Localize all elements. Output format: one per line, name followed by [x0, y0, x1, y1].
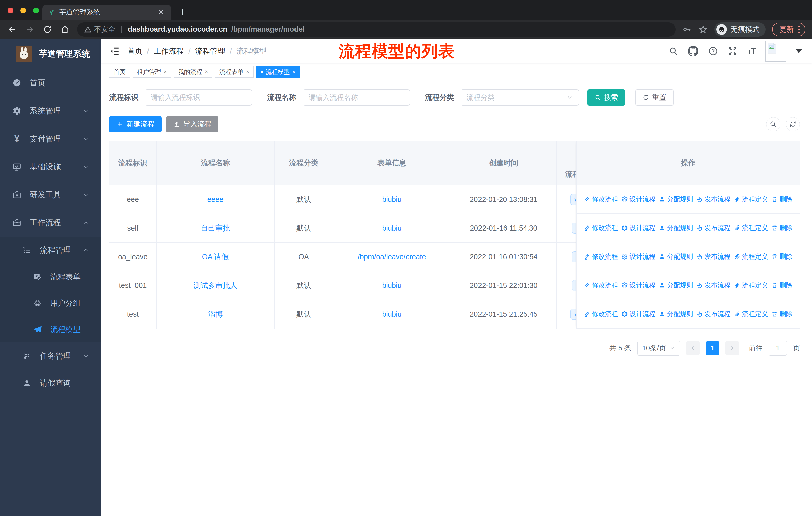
fullscreen-icon[interactable] [728, 46, 738, 56]
password-key-icon[interactable] [682, 25, 692, 34]
window-zoom-button[interactable] [33, 7, 39, 13]
edit-process-link[interactable]: 修改流程 [584, 281, 618, 290]
next-page-button[interactable] [725, 342, 739, 355]
process-name-link[interactable]: eeee [207, 195, 224, 203]
edit-process-link[interactable]: 修改流程 [584, 310, 618, 319]
sidebar-item-task-manage[interactable]: 任务管理 [0, 343, 101, 370]
form-info-link[interactable]: /bpm/oa/leave/create [358, 253, 426, 261]
bookmark-star-icon[interactable] [698, 25, 708, 34]
delete-process-link[interactable]: 删除 [772, 310, 793, 319]
edit-process-link[interactable]: 修改流程 [584, 252, 618, 261]
filter-name-input[interactable] [303, 89, 410, 106]
user-avatar[interactable] [765, 40, 786, 62]
address-bar[interactable]: 不安全 dashboard.yudao.iocoder.cn/bpm/manag… [77, 22, 675, 36]
page-size-select[interactable]: 10条/页 [637, 341, 680, 355]
forward-icon[interactable] [24, 24, 35, 35]
avatar-caret-icon[interactable] [796, 49, 802, 53]
tag-close-icon[interactable]: × [164, 69, 167, 75]
filter-category-select[interactable]: 流程分类 [461, 89, 579, 106]
page-number-current[interactable]: 1 [706, 342, 719, 355]
sidebar-item-process-form[interactable]: 流程表单 [0, 264, 101, 290]
publish-process-link[interactable]: 发布流程 [696, 310, 731, 319]
assign-rule-link[interactable]: 分配规则 [659, 195, 693, 203]
tag-process-form[interactable]: 流程表单× [215, 66, 254, 78]
reload-icon[interactable] [42, 24, 53, 35]
toggle-search-button[interactable] [766, 117, 780, 131]
breadcrumb-process-manage[interactable]: 流程管理 [195, 46, 225, 56]
font-size-icon[interactable]: тT [747, 46, 756, 56]
design-process-link[interactable]: 设计流程 [621, 195, 656, 203]
search-icon[interactable] [668, 46, 678, 56]
assign-rule-link[interactable]: 分配规则 [659, 223, 693, 232]
help-icon[interactable] [708, 46, 718, 56]
publish-process-link[interactable]: 发布流程 [696, 195, 731, 203]
create-process-button[interactable]: 新建流程 [109, 116, 162, 132]
new-tab-button[interactable]: + [180, 4, 186, 20]
import-process-button[interactable]: 导入流程 [166, 116, 219, 132]
form-info-link[interactable]: biubiu [382, 224, 402, 232]
sidebar-item-devtools[interactable]: 研发工具 [0, 181, 101, 209]
assign-rule-link[interactable]: 分配规则 [659, 252, 693, 261]
sidebar-item-user-group[interactable]: 用户分组 [0, 290, 101, 316]
breadcrumb-home[interactable]: 首页 [127, 46, 142, 56]
sidebar-item-process-model[interactable]: 流程模型 [0, 316, 101, 343]
sidebar-item-workflow[interactable]: 工作流程 [0, 209, 101, 237]
tag-my-process[interactable]: 我的流程× [174, 66, 212, 78]
github-icon[interactable] [688, 46, 698, 56]
back-icon[interactable] [6, 24, 18, 35]
browser-tab[interactable]: 芋道管理系统 ✕ [42, 4, 171, 20]
reset-button[interactable]: 重置 [635, 89, 673, 106]
delete-process-link[interactable]: 删除 [772, 195, 793, 203]
design-process-link[interactable]: 设计流程 [621, 223, 656, 232]
sidebar-item-infrastructure[interactable]: 基础设施 [0, 153, 101, 181]
assign-rule-link[interactable]: 分配规则 [659, 281, 693, 290]
design-process-link[interactable]: 设计流程 [621, 281, 656, 290]
tab-close-icon[interactable]: ✕ [156, 8, 166, 17]
browser-update-menu-button[interactable]: 更新 [772, 23, 806, 36]
tag-close-icon[interactable]: × [205, 69, 208, 75]
form-info-link[interactable]: biubiu [382, 281, 402, 290]
process-definition-link[interactable]: 流程定义 [734, 310, 768, 319]
design-process-link[interactable]: 设计流程 [621, 252, 656, 261]
filter-id-input[interactable] [145, 89, 252, 106]
edit-process-link[interactable]: 修改流程 [584, 223, 618, 232]
design-process-link[interactable]: 设计流程 [621, 310, 656, 319]
process-definition-link[interactable]: 流程定义 [734, 195, 768, 203]
search-button[interactable]: 搜索 [587, 89, 625, 106]
tag-process-model[interactable]: 流程模型× [257, 66, 300, 78]
sidebar-item-leave-query[interactable]: 请假查询 [0, 370, 101, 397]
tag-close-icon[interactable]: × [246, 69, 250, 75]
process-name-link[interactable]: 自己审批 [201, 224, 230, 232]
sidebar-fold-icon[interactable] [109, 46, 120, 56]
breadcrumb-workflow[interactable]: 工作流程 [153, 46, 184, 56]
sidebar-item-system[interactable]: 系统管理 [0, 97, 101, 125]
process-definition-link[interactable]: 流程定义 [734, 281, 768, 290]
delete-process-link[interactable]: 删除 [772, 223, 793, 232]
window-minimize-button[interactable] [20, 7, 26, 13]
prev-page-button[interactable] [686, 342, 700, 355]
process-name-link[interactable]: OA 请假 [202, 253, 229, 261]
edit-process-link[interactable]: 修改流程 [584, 195, 618, 203]
process-definition-link[interactable]: 流程定义 [734, 252, 768, 261]
sidebar-item-home[interactable]: 首页 [0, 69, 101, 97]
goto-page-input[interactable] [769, 341, 787, 355]
publish-process-link[interactable]: 发布流程 [696, 281, 731, 290]
window-close-button[interactable] [7, 7, 13, 13]
delete-process-link[interactable]: 删除 [772, 281, 793, 290]
publish-process-link[interactable]: 发布流程 [696, 223, 731, 232]
tag-home[interactable]: 首页 [109, 66, 130, 78]
sidebar-item-payment[interactable]: ¥ 支付管理 [0, 125, 101, 153]
sidebar-item-process-manage[interactable]: 流程管理 [0, 237, 101, 264]
publish-process-link[interactable]: 发布流程 [696, 252, 731, 261]
process-definition-link[interactable]: 流程定义 [734, 223, 768, 232]
process-name-link[interactable]: 滔博 [208, 310, 223, 318]
form-info-link[interactable]: biubiu [382, 310, 402, 318]
home-icon[interactable] [59, 24, 70, 35]
delete-process-link[interactable]: 删除 [772, 252, 793, 261]
tag-close-icon[interactable]: × [292, 69, 296, 75]
tag-tenant[interactable]: 租户管理× [133, 66, 171, 78]
form-info-link[interactable]: biubiu [382, 195, 402, 203]
process-name-link[interactable]: 测试多审批人 [194, 281, 237, 290]
refresh-table-button[interactable] [786, 117, 800, 131]
assign-rule-link[interactable]: 分配规则 [659, 310, 693, 319]
